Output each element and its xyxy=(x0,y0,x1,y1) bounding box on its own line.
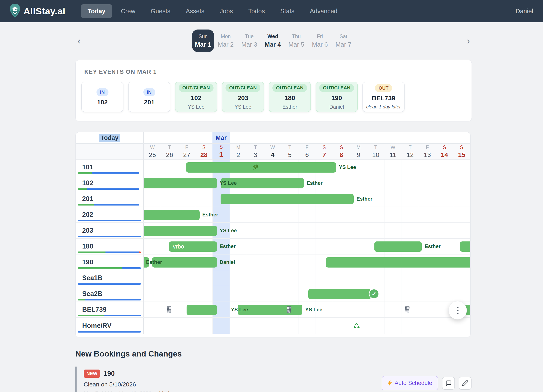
day-cell[interactable] xyxy=(144,160,161,175)
day-cell[interactable] xyxy=(299,207,316,222)
day-cell[interactable] xyxy=(264,207,281,222)
day-pill-tue-mar-3[interactable]: TueMar 3 xyxy=(238,30,261,51)
booking-bar[interactable] xyxy=(144,210,200,220)
day-cell[interactable] xyxy=(299,223,316,238)
day-cell[interactable] xyxy=(247,223,264,238)
day-cell[interactable] xyxy=(402,270,419,286)
booking-bar[interactable] xyxy=(187,305,217,315)
day-cell[interactable] xyxy=(144,318,161,334)
day-cell[interactable] xyxy=(436,270,453,286)
day-cell[interactable] xyxy=(453,175,470,191)
day-cell[interactable] xyxy=(213,318,230,334)
day-cell[interactable] xyxy=(436,207,453,222)
day-cell[interactable] xyxy=(350,239,367,254)
day-cell[interactable] xyxy=(195,286,212,302)
booking-bar[interactable] xyxy=(374,241,422,252)
day-cell[interactable] xyxy=(230,286,247,302)
edit-button[interactable] xyxy=(459,377,472,390)
nav-item-todos[interactable]: Todos xyxy=(242,4,271,18)
day-cell[interactable] xyxy=(195,191,212,207)
day-cell[interactable] xyxy=(419,175,436,191)
day-cell[interactable] xyxy=(299,254,316,270)
day-cell[interactable] xyxy=(350,223,367,238)
day-cell[interactable] xyxy=(350,175,367,191)
booking-bar[interactable] xyxy=(221,194,354,204)
more-actions-fab[interactable] xyxy=(448,301,467,319)
day-column-header-t-5[interactable]: T5 xyxy=(281,144,299,159)
nav-item-guests[interactable]: Guests xyxy=(144,4,177,18)
day-cell[interactable] xyxy=(385,286,402,302)
day-cell[interactable] xyxy=(436,223,453,238)
day-cell[interactable] xyxy=(367,160,385,175)
day-column-header-s-14[interactable]: S14 xyxy=(436,144,453,159)
day-cell[interactable] xyxy=(367,207,385,222)
day-cell[interactable] xyxy=(195,270,212,286)
day-cell[interactable] xyxy=(419,270,436,286)
day-cell[interactable] xyxy=(436,160,453,175)
day-cell[interactable] xyxy=(247,270,264,286)
key-event-card-in-201[interactable]: IN201 xyxy=(128,82,170,112)
day-column-header-f-27[interactable]: F27 xyxy=(178,144,195,159)
key-event-card-out-clean-102[interactable]: OUT/CLEAN102YS Lee xyxy=(175,82,217,112)
auto-schedule-button[interactable]: Auto Schedule xyxy=(382,376,438,390)
day-cell[interactable] xyxy=(316,318,333,334)
nav-item-jobs[interactable]: Jobs xyxy=(213,4,239,18)
key-event-card-out-clean-180[interactable]: OUT/CLEAN180Esther xyxy=(269,82,311,112)
day-cell[interactable] xyxy=(264,239,281,254)
day-cell[interactable] xyxy=(144,239,161,254)
day-cell[interactable] xyxy=(385,270,402,286)
day-cell[interactable] xyxy=(247,254,264,270)
day-column-header-w-25[interactable]: W25 xyxy=(144,144,161,159)
nav-item-advanced[interactable]: Advanced xyxy=(303,4,344,18)
nav-item-stats[interactable]: Stats xyxy=(274,4,301,18)
booking-bar[interactable] xyxy=(144,178,217,188)
day-cell[interactable] xyxy=(385,175,402,191)
day-cell[interactable] xyxy=(367,270,385,286)
day-cell[interactable] xyxy=(453,318,470,334)
day-cell[interactable] xyxy=(247,207,264,222)
day-pill-sat-mar-7[interactable]: SatMar 7 xyxy=(332,30,355,51)
day-cell[interactable] xyxy=(453,207,470,222)
day-column-header-t-10[interactable]: T10 xyxy=(367,144,384,159)
day-cell[interactable] xyxy=(144,191,161,207)
day-cell[interactable] xyxy=(436,191,453,207)
day-cell[interactable] xyxy=(299,239,316,254)
day-cell[interactable] xyxy=(144,302,161,317)
day-cell[interactable] xyxy=(453,160,470,175)
day-cell[interactable] xyxy=(316,270,333,286)
day-cell[interactable] xyxy=(144,286,161,302)
booking-bar[interactable] xyxy=(144,226,217,236)
day-cell[interactable] xyxy=(281,254,299,270)
day-cell[interactable] xyxy=(264,286,281,302)
day-cell[interactable] xyxy=(161,270,178,286)
day-column-header-s-1[interactable]: S1 xyxy=(212,144,230,159)
key-event-card-out-clean-203[interactable]: OUT/CLEAN203YS Lee xyxy=(222,82,264,112)
next-day-button[interactable]: › xyxy=(464,36,472,45)
day-cell[interactable] xyxy=(350,302,367,317)
day-column-header-m-9[interactable]: M9 xyxy=(350,144,367,159)
day-pill-thu-mar-5[interactable]: ThuMar 5 xyxy=(285,30,308,51)
day-cell[interactable] xyxy=(316,239,333,254)
day-column-header-s-8[interactable]: S8 xyxy=(333,144,350,159)
day-cell[interactable] xyxy=(333,318,350,334)
key-event-card-out-clean-190[interactable]: OUT/CLEAN190Daniel xyxy=(316,82,358,112)
day-cell[interactable] xyxy=(385,302,402,317)
day-cell[interactable] xyxy=(367,318,385,334)
day-cell[interactable] xyxy=(247,318,264,334)
day-cell[interactable] xyxy=(367,223,385,238)
day-cell[interactable] xyxy=(281,270,299,286)
day-cell[interactable] xyxy=(161,160,178,175)
brand[interactable]: AllStay.ai xyxy=(10,4,65,19)
day-cell[interactable] xyxy=(333,270,350,286)
day-cell[interactable] xyxy=(385,191,402,207)
day-column-header-s-28[interactable]: S28 xyxy=(195,144,212,159)
day-cell[interactable] xyxy=(230,318,247,334)
day-cell[interactable] xyxy=(316,207,333,222)
nav-item-crew[interactable]: Crew xyxy=(114,4,142,18)
day-cell[interactable] xyxy=(385,160,402,175)
day-cell[interactable] xyxy=(213,270,230,286)
day-pill-mon-mar-2[interactable]: MonMar 2 xyxy=(214,30,238,51)
day-cell[interactable] xyxy=(350,207,367,222)
day-column-header-f-6[interactable]: F6 xyxy=(299,144,316,159)
day-cell[interactable] xyxy=(247,286,264,302)
